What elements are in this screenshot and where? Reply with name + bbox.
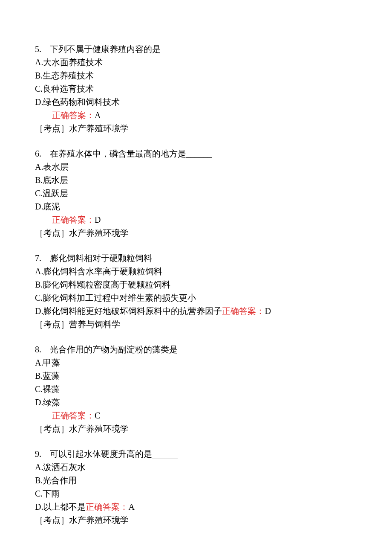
answer-line: 正确答案：A — [35, 109, 357, 122]
option-c: C.良种选育技术 — [35, 82, 357, 96]
option-c: C.温跃层 — [35, 187, 357, 200]
question-text: 下列不属于健康养殖内容的是 — [50, 44, 161, 54]
question-number: 8. — [35, 343, 41, 356]
topic-line: ［考点］水产养殖环境学 — [35, 227, 357, 240]
option-b: B.蓝藻 — [35, 369, 357, 383]
topic-line: ［考点］水产养殖环境学 — [35, 122, 357, 135]
question-stem: 6. 在养殖水体中，磷含量最高的地方是______ — [35, 147, 357, 160]
answer-label: 正确答案： — [222, 306, 265, 316]
question-stem: 5. 下列不属于健康养殖内容的是 — [35, 43, 357, 56]
question-number: 5. — [35, 43, 41, 56]
topic-value: 水产养殖环境学 — [69, 424, 129, 433]
option-a: A.大水面养殖技术 — [35, 56, 357, 69]
option-a: A.膨化饲料含水率高于硬颗粒饲料 — [35, 265, 357, 278]
option-d: D.绿藻 — [35, 396, 357, 409]
option-a: A.泼洒石灰水 — [35, 461, 357, 474]
answer-value: D — [265, 306, 271, 316]
question-stem: 7. 膨化饲料相对于硬颗粒饲料 — [35, 252, 357, 265]
topic-value: 水产养殖环境学 — [69, 515, 129, 525]
option-b: B.膨化饲料颗粒密度高于硬颗粒饲料 — [35, 278, 357, 291]
question-text: 膨化饲料相对于硬颗粒饲料 — [50, 253, 152, 263]
topic-line: ［考点］水产养殖环境学 — [35, 514, 357, 527]
option-b: B.底水层 — [35, 174, 357, 187]
topic-prefix: ［考点］ — [35, 424, 69, 433]
question-number: 7. — [35, 252, 41, 265]
answer-value: A — [95, 110, 101, 120]
option-d: D.绿色药物和饲料技术 — [35, 96, 357, 109]
page: 5. 下列不属于健康养殖内容的是 A.大水面养殖技术 B.生态养殖技术 C.良种… — [0, 0, 392, 555]
option-d-text: D.以上都不是 — [35, 502, 86, 511]
answer-value: C — [95, 411, 100, 420]
question-stem: 9. 可以引起水体硬度升高的是______ — [35, 447, 357, 461]
question-block: 6. 在养殖水体中，磷含量最高的地方是______ A.表水层 B.底水层 C.… — [35, 147, 357, 240]
question-block: 7. 膨化饲料相对于硬颗粒饲料 A.膨化饲料含水率高于硬颗粒饲料 B.膨化饲料颗… — [35, 252, 357, 331]
topic-value: 水产养殖环境学 — [69, 228, 129, 238]
option-b: B.生态养殖技术 — [35, 69, 357, 82]
option-d-with-answer: D.膨化饲料能更好地破坏饲料原料中的抗营养因子正确答案：D — [35, 305, 357, 318]
question-text: 在养殖水体中，磷含量最高的地方是______ — [50, 149, 212, 158]
question-text: 光合作用的产物为副淀粉的藻类是 — [50, 345, 178, 354]
question-block: 5. 下列不属于健康养殖内容的是 A.大水面养殖技术 B.生态养殖技术 C.良种… — [35, 43, 357, 135]
answer-label: 正确答案： — [52, 411, 95, 420]
option-c: C.裸藻 — [35, 383, 357, 396]
option-d: D.底泥 — [35, 200, 357, 213]
question-number: 6. — [35, 147, 41, 160]
question-block: 9. 可以引起水体硬度升高的是______ A.泼洒石灰水 B.光合作用 C.下… — [35, 447, 357, 527]
option-c: C.膨化饲料加工过程中对维生素的损失更小 — [35, 291, 357, 305]
answer-label: 正确答案： — [52, 215, 95, 224]
answer-value: D — [95, 215, 101, 224]
topic-prefix: ［考点］ — [35, 320, 69, 329]
topic-line: ［考点］营养与饲料学 — [35, 318, 357, 331]
answer-line: 正确答案：D — [35, 213, 357, 227]
question-stem: 8. 光合作用的产物为副淀粉的藻类是 — [35, 343, 357, 356]
option-d-with-answer: D.以上都不是正确答案：A — [35, 500, 357, 514]
option-a: A.甲藻 — [35, 356, 357, 369]
option-c: C.下雨 — [35, 487, 357, 500]
topic-prefix: ［考点］ — [35, 515, 69, 525]
answer-label: 正确答案： — [86, 502, 128, 511]
topic-value: 水产养殖环境学 — [69, 124, 129, 133]
answer-value: A — [128, 502, 134, 511]
topic-prefix: ［考点］ — [35, 124, 69, 133]
topic-prefix: ［考点］ — [35, 228, 69, 238]
option-a: A.表水层 — [35, 160, 357, 174]
question-block: 8. 光合作用的产物为副淀粉的藻类是 A.甲藻 B.蓝藻 C.裸藻 D.绿藻 正… — [35, 343, 357, 436]
topic-value: 营养与饲料学 — [69, 320, 120, 329]
question-number: 9. — [35, 447, 41, 461]
question-text: 可以引起水体硬度升高的是______ — [50, 449, 178, 459]
topic-line: ［考点］水产养殖环境学 — [35, 422, 357, 436]
option-b: B.光合作用 — [35, 474, 357, 487]
answer-line: 正确答案：C — [35, 409, 357, 422]
answer-label: 正确答案： — [52, 110, 95, 120]
option-d-text: D.膨化饲料能更好地破坏饲料原料中的抗营养因子 — [35, 306, 222, 316]
